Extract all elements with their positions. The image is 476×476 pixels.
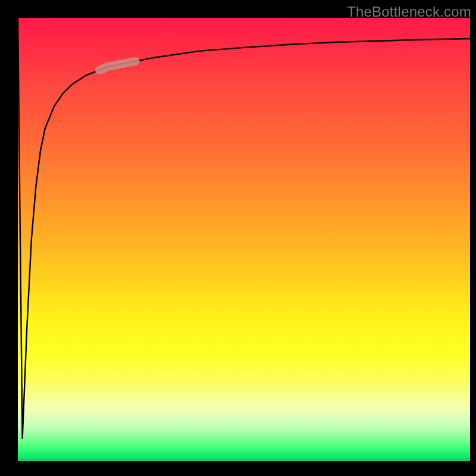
curve-svg — [18, 18, 470, 461]
bottleneck-curve — [18, 18, 470, 439]
curve-marker — [99, 61, 136, 70]
plot-area — [18, 18, 470, 461]
chart-stage: TheBottleneck.com — [0, 0, 476, 476]
